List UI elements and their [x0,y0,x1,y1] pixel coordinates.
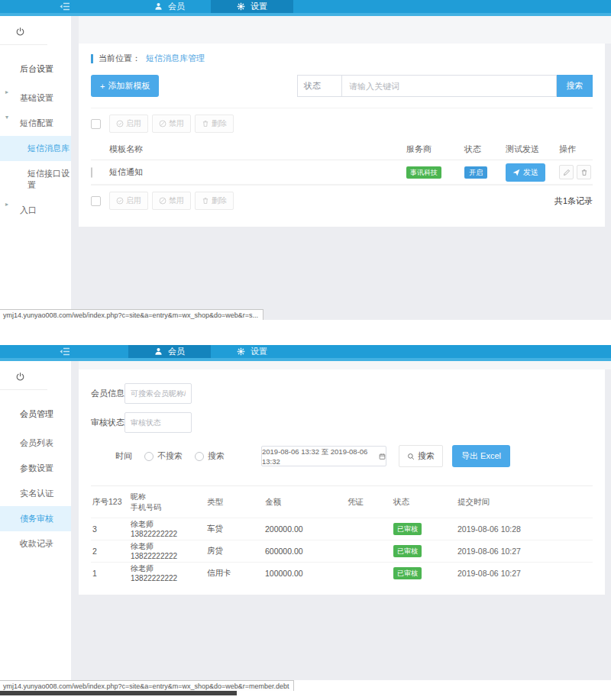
logout-button[interactable] [0,367,71,389]
circle-slash-icon [159,197,166,205]
bulk-disable-button[interactable]: 禁用 [152,192,191,210]
user-icon [154,347,163,356]
amount: 200000.00 [265,524,348,534]
trash-icon [202,120,209,127]
loan-type: 信用卡 [207,568,265,579]
row-index: 1 [91,569,131,578]
amount: 100000.00 [265,569,348,578]
bulk-enable-button[interactable]: 启用 [109,192,148,210]
date-range-picker[interactable]: 2019-08-06 13:32 至 2019-08-06 13:32 [261,446,386,466]
content-top-gap [79,16,611,44]
radio-circle-icon [144,452,154,461]
tab-member[interactable]: 会员 [128,0,211,13]
sidebar-item-basic-settings[interactable]: ▸ 基础设置 [0,85,71,111]
template-table-header: 模板名称 服务商 状态 测试发送 操作 [91,139,593,160]
circle-check-icon [116,197,124,205]
submit-time: 2019-08-06 10:27 [457,547,593,556]
debt-table-header: 序号123 昵称 手机号码 类型 金额 凭证 状态 提交时间 [91,485,593,518]
table-row: 1 徐老师 13822222222 信用卡 100000.00 已审核 2019… [91,562,593,584]
edit-button[interactable] [559,165,574,179]
browser-status-row: ymj14.yunyao008.com/web/index.php?c=site… [0,680,611,691]
bulk-disable-button[interactable]: 禁用 [152,115,191,133]
keyword-search-input[interactable] [341,75,557,97]
radio-no-search[interactable]: 不搜索 [144,450,183,462]
breadcrumb-prefix: 当前位置： [99,53,141,64]
breadcrumb: 当前位置： 短信消息库管理 [91,53,593,64]
sidebar-item-realname-auth[interactable]: 实名认证 [0,481,71,506]
template-table-row: 短信通知 事讯科技 开启 发送 [91,160,593,185]
chevron-down-icon: ▾ [5,114,8,121]
tab-member-label: 会员 [168,1,185,12]
add-template-button[interactable]: + 添加新模板 [91,75,159,97]
status-filter-select[interactable]: 状态 [297,75,341,97]
search-button[interactable]: 搜索 [557,75,593,97]
sidebar-item-payment-records[interactable]: 收款记录 [0,531,71,556]
amount: 600000.00 [265,547,348,556]
circle-slash-icon [159,120,166,127]
export-excel-button[interactable]: 导出 Excel [452,445,510,467]
sidebar-item-member-list[interactable]: 会员列表 [0,431,71,456]
provider-badge: 事讯科技 [406,166,441,179]
radio-circle-icon [195,452,204,461]
breadcrumb-accent-bar [91,54,93,63]
trash-icon [580,169,588,176]
member-info-label: 会员信息 [91,388,124,399]
link-preview-url: ymj14.yunyao008.com/web/index.php?c=site… [0,680,294,691]
sidebar-item-sms-config[interactable]: ▾ 短信配置 [0,111,71,136]
delete-button[interactable] [577,165,591,179]
row-checkbox[interactable] [91,167,92,178]
debt-review-card: 会员信息 审核状态 时间 不搜索 搜索 [79,369,605,595]
search-button[interactable]: 搜索 [399,445,443,467]
link-preview-url: ymj14.yunyao008.com/web/index.php?c=site… [0,309,263,320]
tab-settings[interactable]: 设置 [211,0,293,13]
breadcrumb-current-link[interactable]: 短信消息库管理 [146,53,205,64]
select-all-checkbox[interactable] [91,196,101,206]
circle-check-icon [116,120,124,127]
tab-member-label: 会员 [168,346,185,357]
debt-table: 序号123 昵称 手机号码 类型 金额 凭证 状态 提交时间 3 [91,485,593,584]
user-icon [154,2,163,11]
bulk-delete-button[interactable]: 删除 [195,115,234,133]
member-cell: 徐老师 13822222222 [131,541,207,562]
paper-plane-icon [512,169,520,176]
sidebar-collapse-button[interactable] [0,0,128,13]
row-index: 3 [91,524,131,534]
sidebar-divider [0,389,47,390]
bottom-dark-strip [0,691,237,695]
chevron-right-icon: ▸ [5,201,8,208]
screen-debt-review: 会员 设置 会员管理 会员列表 参数设置 实名认证 债 [0,345,611,695]
status-badge: 已审核 [393,523,422,535]
sidebar-section-title: 会员管理 [0,401,71,431]
sidebar-item-entry[interactable]: ▸ 入口 [0,198,71,223]
test-send-button[interactable]: 发送 [506,163,545,182]
review-status-input[interactable] [124,412,192,433]
sidebar-collapse-button[interactable] [0,345,128,358]
template-name: 短信通知 [109,166,406,178]
bulk-actions-top: 启用 禁用 删除 [91,108,593,139]
record-count: 共1条记录 [554,195,593,207]
sidebar-section-title: 后台设置 [0,56,71,85]
magnifier-icon [407,453,415,460]
sidebar-item-sms-library[interactable]: 短信消息库 [0,136,71,161]
sidebar-item-sms-interface[interactable]: 短信接口设置 [0,161,71,198]
top-navbar: 会员 设置 [0,345,611,361]
sms-template-card: 当前位置： 短信消息库管理 + 添加新模板 状态 搜索 [79,44,605,227]
member-cell: 徐老师 13822222222 [131,519,207,540]
search-input-group: 状态 搜索 [297,75,593,97]
member-search-input[interactable] [124,383,192,404]
sidebar-divider [0,44,47,45]
select-all-checkbox[interactable] [91,119,101,129]
bulk-enable-button[interactable]: 启用 [109,115,148,133]
sidebar-item-param-settings[interactable]: 参数设置 [0,456,71,481]
logout-button[interactable] [0,22,71,44]
radio-search[interactable]: 搜索 [195,450,225,462]
tab-member[interactable]: 会员 [128,345,211,358]
bulk-delete-button[interactable]: 删除 [195,192,234,210]
collapse-menu-icon [60,345,70,359]
member-cell: 徐老师 13822222222 [131,563,207,584]
pencil-icon [563,169,571,176]
sidebar-item-debt-review[interactable]: 债务审核 [0,506,71,531]
table-row: 2 徐老师 13822222222 房贷 600000.00 已审核 2019-… [91,540,593,562]
sidebar: 后台设置 ▸ 基础设置 ▾ 短信配置 短信消息库 短信接口设置 ▸ 入口 [0,16,71,309]
tab-settings[interactable]: 设置 [211,345,293,358]
